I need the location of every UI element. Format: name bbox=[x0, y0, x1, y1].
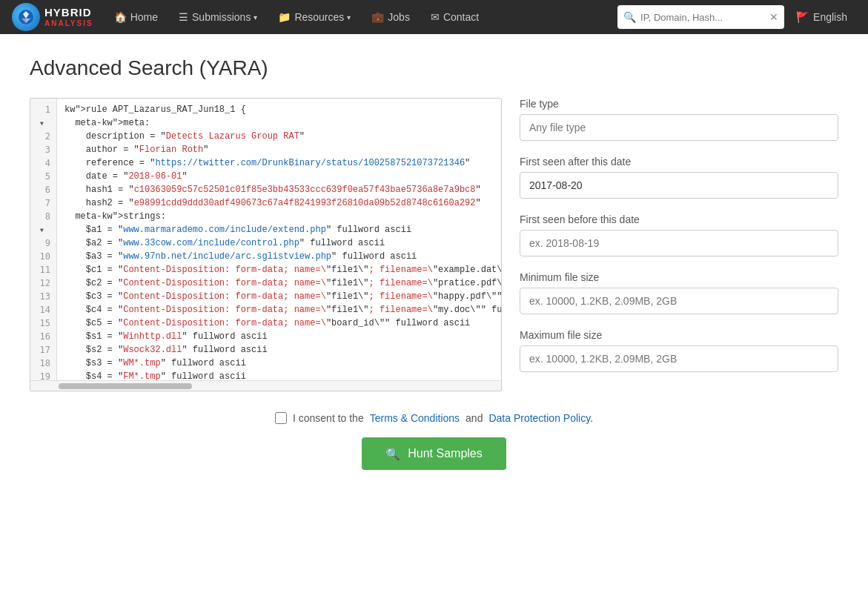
min-file-size-group: Minimum file size bbox=[520, 271, 838, 314]
main-content: Advanced Search (YARA) 1▾2345678▾9101112… bbox=[0, 34, 868, 492]
horizontal-scrollbar[interactable] bbox=[30, 380, 501, 391]
submissions-icon: ☰ bbox=[179, 11, 188, 23]
search-icon: 🔍 bbox=[623, 11, 636, 23]
min-file-size-input[interactable] bbox=[520, 288, 838, 314]
code-editor-inner[interactable]: 1▾2345678▾910111213141516171819202122232… bbox=[30, 99, 501, 380]
clear-search-button[interactable]: ✕ bbox=[769, 11, 778, 23]
code-content[interactable]: kw">rule APT_Lazarus_RAT_Jun18_1 { meta-… bbox=[57, 99, 501, 380]
max-file-size-input[interactable] bbox=[520, 345, 838, 372]
navbar: HYBRID ANALYSIS 🏠 Home ☰ Submissions ▾ 📁… bbox=[0, 0, 868, 34]
search-layout: 1▾2345678▾910111213141516171819202122232… bbox=[30, 98, 838, 391]
language-selector[interactable]: 🚩 English bbox=[787, 0, 856, 34]
contact-icon: ✉ bbox=[431, 11, 440, 23]
max-file-size-group: Maximum file size bbox=[520, 329, 838, 372]
policy-link[interactable]: Data Protection Policy. bbox=[488, 412, 593, 424]
search-input[interactable] bbox=[640, 12, 766, 23]
filters-panel: File type First seen after this date Fir… bbox=[520, 98, 838, 387]
nav-jobs[interactable]: 💼 Jobs bbox=[362, 0, 419, 34]
hunt-button-label: Hunt Samples bbox=[408, 447, 483, 460]
hunt-search-icon: 🔍 bbox=[385, 447, 400, 461]
submissions-caret-icon: ▾ bbox=[254, 13, 257, 21]
bottom-area: I consent to the Terms & Conditions and … bbox=[30, 412, 838, 470]
first-seen-after-group: First seen after this date bbox=[520, 156, 838, 199]
page-title: Advanced Search (YARA) bbox=[30, 56, 838, 80]
brand-logo[interactable]: HYBRID ANALYSIS bbox=[12, 3, 93, 31]
resources-caret-icon: ▾ bbox=[347, 13, 351, 21]
min-file-size-label: Minimum file size bbox=[520, 271, 838, 283]
consent-checkbox[interactable] bbox=[275, 412, 287, 424]
nav-resources[interactable]: 📁 Resources ▾ bbox=[269, 0, 360, 34]
brand-analysis: ANALYSIS bbox=[44, 19, 93, 27]
scrollbar-thumb[interactable] bbox=[59, 383, 192, 389]
language-label: English bbox=[813, 11, 847, 23]
line-numbers: 1▾2345678▾910111213141516171819202122232… bbox=[30, 99, 57, 380]
flag-icon: 🚩 bbox=[796, 11, 809, 23]
nav-home[interactable]: 🏠 Home bbox=[105, 0, 167, 34]
first-seen-after-label: First seen after this date bbox=[520, 156, 838, 168]
hunt-samples-button[interactable]: 🔍 Hunt Samples bbox=[362, 437, 506, 470]
consent-row: I consent to the Terms & Conditions and … bbox=[275, 412, 593, 424]
home-icon: 🏠 bbox=[114, 11, 127, 23]
jobs-icon: 💼 bbox=[371, 11, 384, 23]
first-seen-after-input[interactable] bbox=[520, 172, 838, 199]
first-seen-before-input[interactable] bbox=[520, 230, 838, 256]
logo-icon bbox=[12, 3, 40, 31]
resources-icon: 📁 bbox=[278, 11, 291, 23]
terms-link[interactable]: Terms & Conditions bbox=[370, 412, 460, 424]
nav-contact[interactable]: ✉ Contact bbox=[422, 0, 488, 34]
file-type-label: File type bbox=[520, 98, 838, 110]
first-seen-before-group: First seen before this date bbox=[520, 213, 838, 256]
global-search: 🔍 ✕ bbox=[617, 5, 784, 29]
nav-submissions[interactable]: ☰ Submissions ▾ bbox=[170, 0, 266, 34]
first-seen-before-label: First seen before this date bbox=[520, 213, 838, 225]
file-type-group: File type bbox=[520, 98, 838, 141]
file-type-input[interactable] bbox=[520, 114, 838, 141]
consent-text-before: I consent to the bbox=[293, 412, 364, 424]
max-file-size-label: Maximum file size bbox=[520, 329, 838, 341]
consent-and-text: and bbox=[466, 412, 483, 424]
brand-hybrid: HYBRID bbox=[44, 7, 93, 19]
yara-code-editor: 1▾2345678▾910111213141516171819202122232… bbox=[30, 98, 502, 391]
